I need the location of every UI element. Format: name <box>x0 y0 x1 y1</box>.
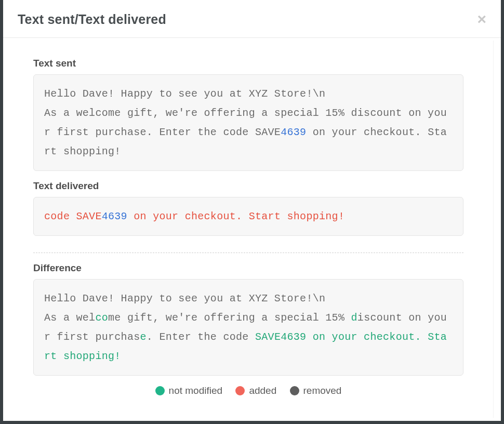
legend-added: added <box>235 385 276 396</box>
close-icon[interactable]: × <box>477 11 486 27</box>
text-delivered-highlight: 4639 <box>102 210 127 222</box>
legend-not-modified: not modified <box>155 385 223 396</box>
diff-seg-green: co <box>95 312 108 324</box>
diff-seg-plain: . Enter the code <box>147 331 255 343</box>
modal-title: Text sent/Text delivered <box>18 12 166 27</box>
diff-legend: not modified added removed <box>33 385 463 398</box>
dot-grey-icon <box>290 386 299 395</box>
legend-not-modified-label: not modified <box>169 385 223 396</box>
text-delivered-box: code SAVE4639 on your checkout. Start sh… <box>33 197 463 236</box>
label-difference: Difference <box>33 262 463 274</box>
text-sent-highlight: 4639 <box>281 126 306 138</box>
legend-removed-label: removed <box>303 385 342 396</box>
diff-seg-plain: me gift, we're offering a special 15% <box>108 312 351 324</box>
divider <box>33 253 463 253</box>
modal-header: Text sent/Text delivered × <box>3 0 501 38</box>
modal-body: Text sent Hello Dave! Happy to see you a… <box>3 38 501 417</box>
text-delivered-pre: code SAVE <box>44 210 102 222</box>
text-delivered-post: on your checkout. Start shopping! <box>127 210 344 222</box>
modal-dialog: Text sent/Text delivered × Text sent Hel… <box>3 0 501 421</box>
label-text-delivered: Text delivered <box>33 180 463 192</box>
difference-box: Hello Dave! Happy to see you at XYZ Stor… <box>33 279 463 376</box>
legend-removed: removed <box>290 385 342 396</box>
diff-seg-green: d <box>351 312 357 324</box>
dot-red-icon <box>235 386 245 395</box>
dot-green-icon <box>155 386 165 395</box>
text-sent-box: Hello Dave! Happy to see you at XYZ Stor… <box>33 74 463 171</box>
label-text-sent: Text sent <box>33 58 463 69</box>
diff-seg-green: e <box>140 331 147 343</box>
legend-added-label: added <box>249 385 276 396</box>
scrollbar[interactable] <box>493 41 501 418</box>
